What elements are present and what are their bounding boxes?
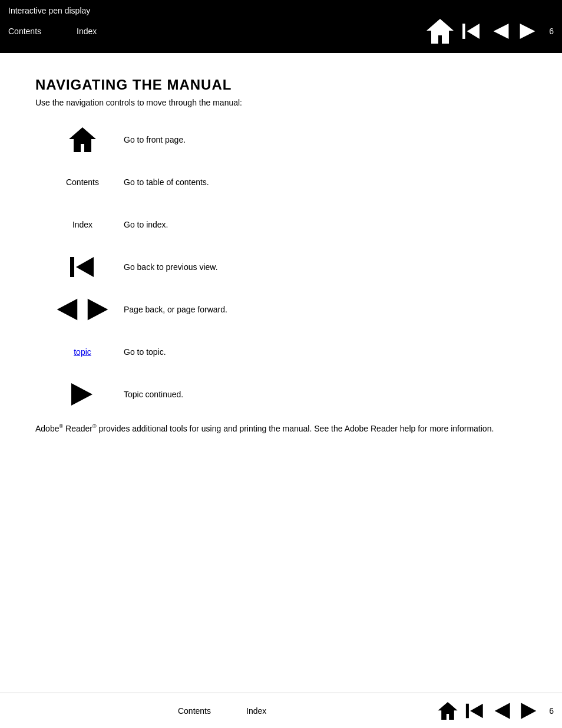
- reader-reg: ®: [92, 423, 97, 429]
- nav-item-index-desc: Go to index.: [124, 220, 168, 229]
- svg-marker-11: [438, 701, 458, 719]
- bottom-nav-icons: 6: [436, 699, 554, 723]
- nav-item-back-first: Go back to previous view.: [47, 252, 527, 282]
- svg-marker-2: [467, 24, 480, 39]
- page-back-button-bottom[interactable]: [490, 699, 514, 723]
- svg-marker-7: [76, 257, 94, 277]
- footer-text: Adobe® Reader® provides additional tools…: [35, 422, 527, 435]
- back-first-icon-large: [68, 252, 97, 282]
- svg-marker-0: [427, 19, 454, 44]
- nav-item-back-first-desc: Go back to previous view.: [124, 262, 218, 272]
- nav-item-topic: topic Go to topic.: [47, 337, 527, 367]
- nav-item-home: Go to front page.: [47, 125, 527, 154]
- page-number-bottom: 6: [549, 706, 554, 716]
- nav-items-list: Go to front page. Contents Go to table o…: [47, 125, 527, 409]
- nav-bar-controls: Contents Index: [0, 15, 562, 54]
- svg-marker-14: [495, 703, 510, 719]
- page-forward-icon-bottom: [518, 700, 540, 722]
- nav-item-contents-desc: Go to table of contents.: [124, 177, 209, 187]
- svg-marker-9: [88, 299, 108, 320]
- page-back-button-top[interactable]: [488, 19, 513, 44]
- nav-icons-top: 6: [424, 15, 554, 47]
- back-first-button-top[interactable]: [459, 19, 484, 44]
- back-first-icon-top: [461, 20, 483, 42]
- main-content: NAVIGATING THE MANUAL Use the navigation…: [0, 53, 562, 459]
- contents-link-top[interactable]: Contents: [8, 27, 41, 36]
- nav-item-home-desc: Go to front page.: [124, 135, 186, 144]
- nav-item-contents: Contents Go to table of contents.: [47, 167, 527, 197]
- page-wrapper: Interactive pen display Contents Index: [0, 0, 562, 728]
- nav-item-contents-icon-cell: Contents: [47, 177, 118, 187]
- index-link-top[interactable]: Index: [77, 27, 97, 36]
- contents-label-icon: Contents: [66, 177, 99, 187]
- app-title: Interactive pen display: [0, 0, 562, 15]
- svg-marker-10: [71, 383, 92, 406]
- svg-marker-8: [57, 299, 78, 320]
- svg-marker-5: [69, 127, 96, 152]
- page-forward-button-bottom[interactable]: [517, 699, 541, 723]
- nav-item-index: Index Go to index.: [47, 210, 527, 239]
- contents-link-bottom[interactable]: Contents: [178, 706, 211, 716]
- svg-rect-6: [70, 257, 74, 277]
- nav-item-topic-icon-cell: topic: [47, 347, 118, 357]
- svg-rect-12: [466, 703, 469, 717]
- top-nav-bar: Interactive pen display Contents Index: [0, 0, 562, 53]
- bottom-nav-bar: Contents Index: [0, 693, 562, 728]
- svg-marker-3: [494, 24, 509, 39]
- back-first-button-bottom[interactable]: [463, 699, 487, 723]
- page-forward-button-top[interactable]: [516, 19, 541, 44]
- nav-item-continue-icon-cell: [47, 380, 118, 409]
- nav-item-continue-desc: Topic continued.: [124, 390, 183, 399]
- page-title: NAVIGATING THE MANUAL: [35, 77, 527, 93]
- home-icon-top: [425, 17, 455, 46]
- index-label-icon: Index: [72, 220, 92, 229]
- adobe-text: Adobe: [35, 424, 59, 433]
- home-button-top[interactable]: [424, 15, 456, 47]
- page-forward-icon-large: [84, 295, 113, 324]
- page-back-icon-top: [489, 20, 511, 42]
- svg-rect-1: [462, 24, 465, 39]
- nav-item-back-first-icon-cell: [47, 252, 118, 282]
- svg-marker-4: [520, 24, 535, 39]
- index-link-bottom[interactable]: Index: [246, 706, 266, 716]
- svg-marker-13: [470, 703, 483, 717]
- nav-links: Contents Index: [8, 27, 424, 36]
- page-number-top: 6: [549, 27, 554, 36]
- home-button-bottom[interactable]: [436, 699, 459, 723]
- nav-item-continue: Topic continued.: [47, 380, 527, 409]
- topic-link[interactable]: topic: [74, 347, 91, 357]
- reader-text: Reader: [63, 424, 92, 433]
- nav-item-page-nav-desc: Page back, or page forward.: [124, 305, 227, 314]
- intro-text: Use the navigation controls to move thro…: [35, 98, 527, 107]
- bottom-nav-links: Contents Index: [8, 706, 436, 716]
- nav-item-home-icon-cell: [47, 125, 118, 154]
- back-first-icon-bottom: [464, 700, 485, 722]
- footer-rest: provides additional tools for using and …: [97, 424, 494, 433]
- home-icon-large: [68, 125, 97, 154]
- home-icon-bottom: [437, 700, 458, 722]
- page-nav-icons-pair: [52, 295, 113, 324]
- nav-item-topic-desc: Go to topic.: [124, 347, 166, 357]
- nav-item-page-nav: Page back, or page forward.: [47, 295, 527, 324]
- nav-item-page-nav-icon-cell: [47, 295, 118, 324]
- continue-arrow-icon: [68, 380, 97, 409]
- svg-marker-15: [521, 703, 537, 719]
- nav-item-index-icon-cell: Index: [47, 220, 118, 229]
- page-forward-icon-top: [517, 20, 540, 42]
- page-back-icon-large: [52, 295, 81, 324]
- page-back-icon-bottom: [491, 700, 513, 722]
